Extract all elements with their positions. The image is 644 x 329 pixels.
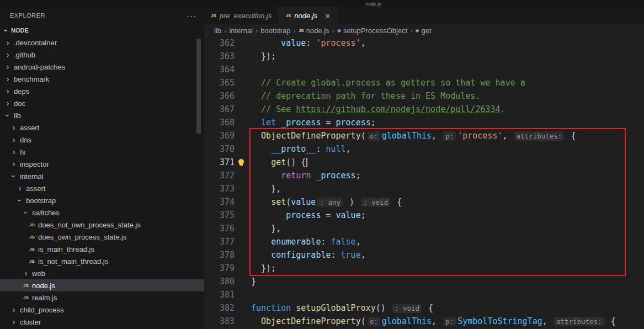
tree-item-node.js[interactable]: JSnode.js xyxy=(0,279,204,291)
breadcrumb-item-internal[interactable]: internal xyxy=(229,26,253,35)
js-file-icon: JS xyxy=(22,283,30,288)
breadcrumb-separator: › xyxy=(224,26,226,35)
line-number: 374 xyxy=(204,195,235,209)
tree-item-android-patches[interactable]: ›android-patches xyxy=(0,61,204,73)
code-line-367[interactable]: 367 // See https://github.com/nodejs/nod… xyxy=(204,103,644,116)
tree-item-lib[interactable]: ›lib xyxy=(0,109,204,121)
inlay-hint: p: xyxy=(443,317,456,326)
tree-item-.devcontainer[interactable]: ›.devcontainer xyxy=(0,36,204,49)
tree-item-internal[interactable]: ›internal xyxy=(0,170,204,182)
code-line-382[interactable]: 382function setupGlobalProxy() : void { xyxy=(204,301,644,315)
breadcrumb-label: internal xyxy=(229,26,253,35)
tree-item-dns[interactable]: ›dns xyxy=(0,134,204,146)
code-line-369[interactable]: 369 ObjectDefineProperty(o:globalThis, p… xyxy=(204,129,644,142)
comment-link[interactable]: https://github.com/nodejs/node/pull/2633… xyxy=(296,104,500,114)
breadcrumb-item-setupProcessObject[interactable]: ◆setupProcessObject xyxy=(337,26,407,35)
breadcrumb-label: bootstrap xyxy=(260,26,290,35)
line-number: 370 xyxy=(204,142,235,156)
tree-item-does_not_own_process_state.js[interactable]: JSdoes_not_own_process_state.js xyxy=(0,219,204,231)
code-text: enumerable: false, xyxy=(251,235,361,248)
tree-item-label: internal xyxy=(20,172,44,181)
explorer-header: EXPLORER ··· xyxy=(0,7,204,24)
chevron-down-icon: › xyxy=(15,196,24,205)
tree-item-inspector[interactable]: ›inspector xyxy=(0,158,204,170)
code-line-377[interactable]: 377 enumerable: false, xyxy=(204,235,644,248)
line-number: 367 xyxy=(204,103,235,116)
tree-item-benchmark[interactable]: ›benchmark xyxy=(0,73,204,85)
breadcrumb-item-get[interactable]: ◆get xyxy=(416,26,432,35)
tree-item-web[interactable]: ›web xyxy=(0,267,204,279)
code-line-380[interactable]: 380} xyxy=(204,275,644,288)
code-line-378[interactable]: 378 configurable: true, xyxy=(204,248,644,262)
lightbulb-icon[interactable] xyxy=(238,159,244,164)
code-lines: 362 value: 'process',363 });364365 // Cr… xyxy=(204,36,644,328)
tree-item-deps[interactable]: ›deps xyxy=(0,85,204,97)
tree-item-child_process[interactable]: ›child_process xyxy=(0,304,204,316)
code-line-379[interactable]: 379 }); xyxy=(204,262,644,275)
code-line-375[interactable]: 375 _process = value; xyxy=(204,209,644,222)
section-header-node[interactable]: › NODE xyxy=(0,24,204,36)
titlebar: node.js xyxy=(0,0,644,7)
chevron-right-icon: › xyxy=(15,184,24,193)
code-line-363[interactable]: 363 }); xyxy=(204,50,644,63)
code-line-372[interactable]: 372 return _process; xyxy=(204,169,644,182)
tree-item-is_main_thread.js[interactable]: JSis_main_thread.js xyxy=(0,243,204,255)
code-line-381[interactable]: 381 xyxy=(204,288,644,301)
tree-item-label: android-patches xyxy=(14,63,65,71)
tree-item-.github[interactable]: ›.github xyxy=(0,49,204,61)
more-actions-icon[interactable]: ··· xyxy=(187,11,196,20)
symbol-function-icon: ◆ xyxy=(337,28,341,33)
code-line-364[interactable]: 364 xyxy=(204,63,644,76)
tree-item-assert[interactable]: ›assert xyxy=(0,182,204,194)
tree-item-is_not_main_thread.js[interactable]: JSis_not_main_thread.js xyxy=(0,255,204,267)
gutter-slot xyxy=(235,36,251,50)
workbench: EXPLORER ··· › NODE ›.devcontainer›.gith… xyxy=(0,7,644,329)
tab-pre_execution.js[interactable]: JSpre_execution.js xyxy=(204,7,279,24)
code-line-366[interactable]: 366 // deprecation path for these in ES … xyxy=(204,89,644,103)
code-line-373[interactable]: 373 }, xyxy=(204,182,644,195)
js-file-icon: JS xyxy=(28,222,36,227)
code-line-383[interactable]: 383 ObjectDefineProperty(o:globalThis, p… xyxy=(204,315,644,328)
tree-item-bootstrap[interactable]: ›bootstrap xyxy=(0,194,204,206)
code-line-365[interactable]: 365 // Create global.process as getters … xyxy=(204,76,644,89)
code-line-374[interactable]: 374 set(value: any ) : void { xyxy=(204,195,644,209)
code-line-376[interactable]: 376 }, xyxy=(204,222,644,235)
sidebar-scrollbar[interactable] xyxy=(196,39,201,134)
tree-item-label: does_not_own_process_state.js xyxy=(38,221,141,229)
tree-item-cluster[interactable]: ›cluster xyxy=(0,316,204,328)
tree-item-does_own_process_state.js[interactable]: JSdoes_own_process_state.js xyxy=(0,231,204,243)
code-line-362[interactable]: 362 value: 'process', xyxy=(204,36,644,50)
code-line-370[interactable]: 370 __proto__: null, xyxy=(204,142,644,156)
close-icon[interactable]: × xyxy=(325,12,330,20)
gutter-slot xyxy=(235,222,251,235)
code-text: // See https://github.com/nodejs/node/pu… xyxy=(251,103,505,116)
breadcrumb-item-bootstrap[interactable]: bootstrap xyxy=(260,26,290,35)
vscode-window: node.js EXPLORER ··· › NODE ›.devcontain… xyxy=(0,0,644,329)
gutter-slot xyxy=(235,116,251,129)
tree-item-assert[interactable]: ›assert xyxy=(0,121,204,134)
tree-item-label: web xyxy=(32,269,45,278)
tab-bar: JSpre_execution.jsJSnode.js× xyxy=(204,7,644,24)
breadcrumb-item-node.js[interactable]: JSnode.js xyxy=(299,26,329,35)
tree-item-realm.js[interactable]: JSrealm.js xyxy=(0,291,204,304)
tab-label: node.js xyxy=(294,12,317,20)
tree-item-switches[interactable]: ›switches xyxy=(0,206,204,219)
code-line-368[interactable]: 368 let _process = process; xyxy=(204,116,644,129)
breadcrumb-separator: › xyxy=(294,26,296,35)
code-line-371[interactable]: 371 get() { xyxy=(204,156,644,169)
tree-item-label: dns xyxy=(20,136,31,144)
chevron-right-icon: › xyxy=(3,50,12,59)
code-editor[interactable]: 362 value: 'process',363 });364365 // Cr… xyxy=(204,36,644,329)
chevron-right-icon: › xyxy=(9,147,18,156)
tree-item-label: is_not_main_thread.js xyxy=(38,257,108,266)
breadcrumb-item-lib[interactable]: lib xyxy=(214,26,221,35)
tree-item-label: fs xyxy=(20,148,25,156)
tab-node.js[interactable]: JSnode.js× xyxy=(279,7,337,24)
tree-item-fs[interactable]: ›fs xyxy=(0,146,204,158)
breadcrumb-label: setupProcessObject xyxy=(343,26,407,35)
tree-item-label: switches xyxy=(32,209,60,217)
line-number: 373 xyxy=(204,182,235,195)
line-number: 363 xyxy=(204,50,235,63)
tree-item-doc[interactable]: ›doc xyxy=(0,97,204,109)
breadcrumb: lib›internal›bootstrap›JSnode.js›◆setupP… xyxy=(204,24,644,36)
